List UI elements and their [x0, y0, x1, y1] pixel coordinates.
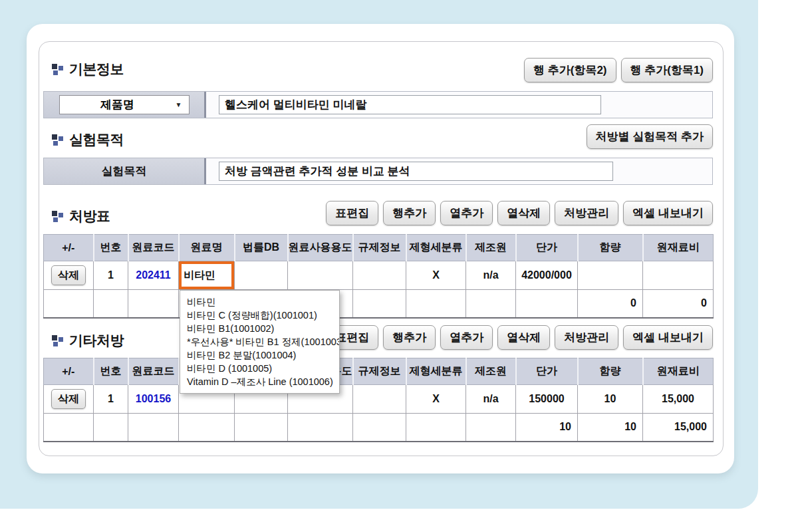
add-row-item2-button[interactable]: 행 추가(항목2)	[524, 58, 616, 82]
material-cost-cell[interactable]: 15,000	[643, 385, 714, 414]
col-header: 원료코드	[128, 358, 179, 385]
ingredient-code-cell: 202411	[128, 261, 179, 290]
delete-column-button[interactable]: 열삭제	[497, 201, 550, 225]
chevron-down-icon: ▼	[176, 101, 189, 108]
col-header: 함량	[578, 358, 643, 385]
col-header: 법률DB	[235, 235, 288, 261]
col-header: 번호	[94, 235, 128, 261]
delete-row-button[interactable]: 삭제	[51, 265, 86, 285]
manage-prescription-button[interactable]: 처방관리	[555, 201, 618, 225]
col-header: 제조원	[466, 358, 516, 385]
col-header: 원재료비	[643, 235, 714, 261]
product-field-selector-area: 제품명 ▼	[44, 92, 206, 118]
excel-export-button[interactable]: 엑셀 내보내기	[623, 201, 713, 225]
other-prescription-toolbar: 표편집 행추가 열추가 열삭제 처방관리 엑셀 내보내기	[43, 325, 713, 350]
other-data-row: 삭제 1 100156 X n/a 150000 10 15,000	[44, 385, 714, 414]
prescription-header-row: +/- 번호 원료코드 원료명 법률DB 원료사용용도 규제정보 제형세분류 제…	[44, 235, 714, 261]
autocomplete-item[interactable]: 비타민 D (1001005)	[180, 362, 339, 375]
product-field-select[interactable]: 제품명 ▼	[59, 95, 190, 114]
product-name-input[interactable]	[219, 95, 601, 114]
col-header: 제조원	[466, 235, 516, 261]
ingredient-code-link[interactable]: 100156	[136, 393, 171, 404]
product-field-select-value: 제품명	[60, 97, 176, 112]
unit-price-cell[interactable]: 150000	[516, 385, 578, 414]
col-header: 제형세분류	[406, 235, 466, 261]
experiment-purpose-input[interactable]	[219, 162, 613, 181]
amount-cell[interactable]: 10	[578, 385, 643, 414]
col-header: 원료코드	[128, 235, 179, 261]
total-amount-cell: 0	[578, 290, 643, 318]
delete-cell: 삭제	[44, 385, 94, 414]
autocomplete-item[interactable]: Vitamin D –제조사 Line (1001006)	[180, 375, 339, 388]
prescription-data-row: 삭제 1 202411 비타민 X n/a 42000/000	[44, 261, 714, 290]
basic-info-actions: 행 추가(항목2) 행 추가(항목1)	[43, 58, 713, 82]
experiment-purpose-value-area	[206, 158, 712, 184]
autocomplete-item[interactable]: 비타민	[180, 295, 339, 309]
col-header: 규제정보	[353, 235, 406, 261]
autocomplete-item[interactable]: 비타민 B1(1001002)	[180, 322, 339, 335]
col-header: 원료명	[179, 235, 235, 261]
add-row-button[interactable]: 행추가	[383, 325, 436, 350]
dosage-form-cell[interactable]: X	[406, 261, 466, 290]
experiment-actions: 처방별 실험목적 추가	[43, 124, 713, 149]
ingredient-code-link[interactable]: 202411	[136, 269, 171, 281]
ingredient-name-cell-active[interactable]: 비타민	[179, 261, 235, 290]
col-header: 제형세분류	[406, 358, 466, 385]
page: 기본정보 행 추가(항목2) 행 추가(항목1) 제품명 ▼ 실험목적 처방별 …	[0, 0, 798, 532]
autocomplete-item[interactable]: 비타민 C (정량배합)(1001001)	[180, 309, 339, 322]
regulation-cell[interactable]	[353, 385, 406, 414]
manage-prescription-button[interactable]: 처방관리	[555, 325, 618, 350]
total-cost-cell: 15,000	[643, 414, 714, 442]
col-header: 원료사용용도	[288, 235, 353, 261]
col-header: 원재료비	[643, 358, 714, 385]
other-totals-row: 10 10 15,000	[44, 414, 714, 442]
add-row-button[interactable]: 행추가	[383, 201, 436, 225]
regulation-cell[interactable]	[353, 261, 406, 290]
row-number-cell[interactable]: 1	[94, 261, 128, 290]
col-header: 함량	[578, 235, 643, 261]
prescription-toolbar: 표편집 행추가 열추가 열삭제 처방관리 엑셀 내보내기	[43, 201, 713, 225]
manufacturer-cell[interactable]: n/a	[466, 385, 516, 414]
col-header: 규제정보	[353, 358, 406, 385]
unit-price-cell[interactable]: 42000/000	[516, 261, 578, 290]
manufacturer-cell[interactable]: n/a	[466, 261, 516, 290]
experiment-purpose-label-area: 실험목적	[44, 158, 206, 184]
edit-table-button[interactable]: 표편집	[326, 201, 378, 225]
excel-export-button[interactable]: 엑셀 내보내기	[623, 325, 713, 350]
col-header: 단가	[516, 235, 578, 261]
delete-column-button[interactable]: 열삭제	[497, 325, 550, 350]
dosage-form-cell[interactable]: X	[406, 385, 466, 414]
ingredient-code-cell: 100156	[128, 385, 179, 414]
col-header: +/-	[44, 235, 94, 261]
total-cost-cell: 0	[643, 290, 714, 318]
other-prescription-table: +/- 번호 원료코드 원료명 법률DB 원료사용용도 규제정보 제형세분류 제…	[43, 358, 714, 442]
law-db-cell[interactable]	[235, 261, 288, 290]
prescription-totals-row: 0 0	[44, 290, 714, 318]
usage-cell[interactable]	[288, 261, 353, 290]
material-cost-cell[interactable]	[643, 261, 714, 290]
add-column-button[interactable]: 열추가	[440, 201, 493, 225]
col-header: 단가	[516, 358, 578, 385]
delete-row-button[interactable]: 삭제	[51, 389, 86, 409]
total-unit-price-cell: 10	[516, 414, 578, 442]
prescription-table: +/- 번호 원료코드 원료명 법률DB 원료사용용도 규제정보 제형세분류 제…	[43, 234, 714, 319]
add-column-button[interactable]: 열추가	[440, 325, 493, 350]
delete-cell: 삭제	[44, 261, 94, 290]
autocomplete-item[interactable]: 비타민 B2 분말(1001004)	[180, 348, 339, 362]
product-name-value-area	[206, 92, 712, 118]
experiment-purpose-row: 실험목적	[43, 158, 713, 185]
col-header: 번호	[94, 358, 128, 385]
autocomplete-item[interactable]: *우선사용* 비타민 B1 정제(1001003)	[180, 335, 339, 348]
row-number-cell[interactable]: 1	[94, 385, 128, 414]
ingredient-autocomplete-dropdown: 비타민 비타민 C (정량배합)(1001001) 비타민 B1(1001002…	[180, 290, 340, 394]
add-experiment-purpose-button[interactable]: 처방별 실험목적 추가	[587, 124, 713, 149]
add-row-item1-button[interactable]: 행 추가(항목1)	[621, 58, 714, 82]
product-name-row: 제품명 ▼	[43, 91, 713, 118]
experiment-purpose-label: 실험목적	[102, 164, 147, 179]
other-header-row: +/- 번호 원료코드 원료명 법률DB 원료사용용도 규제정보 제형세분류 제…	[44, 358, 714, 385]
col-header: +/-	[44, 358, 94, 385]
total-amount-cell: 10	[578, 414, 643, 442]
amount-cell[interactable]	[578, 261, 643, 290]
